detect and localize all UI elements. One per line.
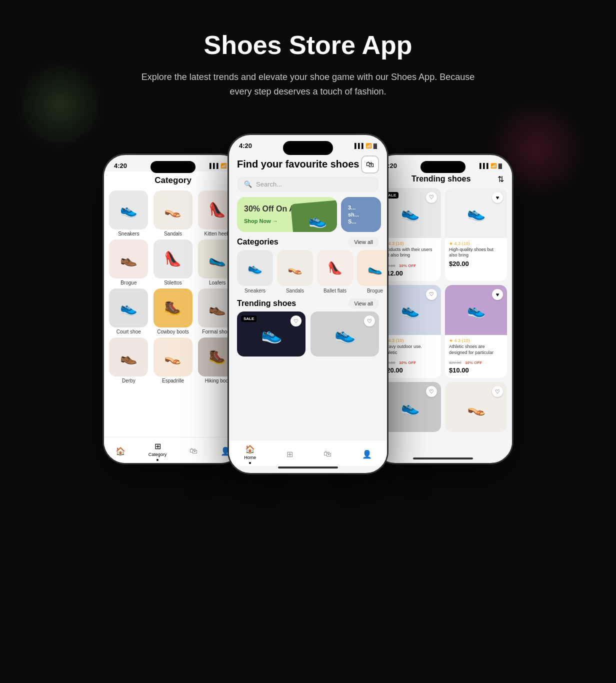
home-indicator-center: [278, 466, 338, 468]
status-icons-center: ▐▐▐ 📶 ▓: [352, 143, 377, 148]
product-emoji: 👟: [467, 301, 486, 318]
heart-button[interactable]: ♡: [364, 316, 375, 326]
category-image: 👡: [154, 338, 192, 376]
trending-view-all[interactable]: View all: [348, 298, 379, 308]
product-card[interactable]: ♡ 👡: [445, 382, 507, 432]
center-bottom-nav[interactable]: 🏠 Home ⊞ 🛍 👤: [229, 440, 387, 466]
product-pricing: $20.00 10% OFF $20.00: [383, 357, 437, 374]
sale-badge: SALE: [241, 316, 256, 322]
nav-label: Category: [148, 452, 167, 454]
product-card[interactable]: ♡ 👟: [379, 382, 441, 432]
heart-button[interactable]: ♡: [492, 386, 503, 397]
product-card[interactable]: ♥ 👟 ★ 4.3 (10) Athletic shoes are design…: [445, 285, 507, 378]
status-time-center: 4:20: [239, 142, 252, 150]
product-description: Athletic shoes are designed for particul…: [449, 344, 503, 356]
discount-badge: 10% OFF: [465, 360, 482, 365]
dynamic-island-center: [283, 141, 333, 155]
home-indicator-right: [413, 458, 473, 460]
category-chip-image: 👡: [277, 250, 313, 286]
heart-button[interactable]: ♡: [426, 289, 437, 300]
current-price: $10.00: [449, 366, 503, 374]
nav-item[interactable]: 🛍: [190, 446, 198, 454]
heart-button[interactable]: ♡: [290, 316, 302, 326]
category-chip-label: Ballet flats: [324, 288, 346, 294]
product-rating: ★ 4.3 (10): [383, 241, 437, 246]
promo-banner[interactable]: 30% Off On All shoes Shop Now → 👟: [237, 197, 337, 232]
category-item[interactable]: 👞 Brogue: [108, 240, 150, 286]
nav-item[interactable]: 🏠 Home: [244, 444, 256, 464]
category-chip-image: 👠: [317, 250, 353, 286]
category-item[interactable]: 👞 Derby: [108, 338, 150, 384]
search-bar[interactable]: 🔍 Search...: [237, 176, 379, 192]
original-price: $20.00: [449, 360, 461, 365]
wifi-icon-r: 📶: [490, 163, 496, 168]
category-item[interactable]: 👟 Court shoe: [108, 288, 150, 334]
nav-item[interactable]: ⊞: [286, 450, 293, 459]
home-screen: Find your favourite shoes 🛍 🔍 Search... …: [229, 152, 387, 464]
discount-badge: 10% OFF: [399, 360, 416, 365]
product-image: ♥ 👟: [445, 285, 507, 335]
product-pricing: $20.00 10% OFF $12.00: [383, 260, 437, 277]
nav-item[interactable]: ⊞ Category: [148, 442, 167, 454]
nav-icon: 🏠: [116, 446, 126, 454]
heart-button[interactable]: ♥: [492, 289, 503, 300]
right-phone: 4:20 ▐▐▐ 📶 ▓ ‹ Trending shoes ⇅ SALE ♡ 👟: [373, 154, 513, 464]
heart-button[interactable]: ♡: [426, 386, 437, 397]
category-label: Loafers: [209, 280, 226, 286]
wifi-icon: 📶: [220, 163, 226, 168]
category-grid: 👟 Sneakers 👡 Sandals 👠 Kitten heels 👞 Br…: [104, 190, 242, 384]
category-item[interactable]: 🥾 Cowboy boots: [152, 288, 194, 334]
category-label: Brogue: [120, 280, 136, 286]
category-chip[interactable]: 🥿 Brogue: [357, 250, 387, 294]
heart-button[interactable]: ♥: [492, 192, 503, 203]
cart-icon-btn[interactable]: 🛍: [361, 156, 379, 174]
category-item[interactable]: 👡 Espadrille: [152, 338, 194, 384]
category-chip[interactable]: 👟 Sneakers: [237, 250, 273, 294]
categories-title: Categories: [237, 238, 278, 246]
product-card[interactable]: ♡ 👟 ★ 4.3 (10) Heavy outdoor use. athlet…: [379, 285, 441, 378]
category-image: 👞: [109, 338, 148, 376]
trending-screen: ‹ Trending shoes ⇅ SALE ♡ 👟 ★ 4.3 (10) P…: [374, 172, 512, 454]
nav-item[interactable]: 👤: [362, 450, 372, 459]
category-chip[interactable]: 👡 Sandals: [277, 250, 313, 294]
product-image: SALE ♡ 👟: [379, 188, 441, 238]
current-price: $12.00: [383, 270, 437, 277]
trending-card[interactable]: SALE ♡ 👟: [237, 312, 306, 356]
category-label: Sandals: [164, 231, 182, 236]
secondary-banner: 3...sh...S...: [341, 197, 381, 232]
categories-view-all[interactable]: View all: [348, 237, 379, 247]
search-icon: 🔍: [244, 180, 252, 188]
category-item[interactable]: 👡 Sandals: [152, 190, 194, 236]
battery-icon-r: ▓: [498, 163, 502, 168]
product-description: Heavy outdoor use. athletic: [383, 344, 437, 356]
category-label: Kitten heels: [204, 231, 230, 236]
categories-section-header: Categories View all: [229, 232, 387, 250]
secondary-banner-text: 3...sh...S...: [348, 204, 374, 226]
shoe-emoji: 👟: [334, 324, 356, 344]
heart-button[interactable]: ♡: [426, 192, 437, 203]
nav-item[interactable]: 🛍: [324, 450, 332, 458]
category-image: 👠: [154, 240, 192, 278]
category-label: Espadrille: [162, 378, 184, 384]
category-item[interactable]: 👠 Stilettos: [152, 240, 194, 286]
nav-item[interactable]: 🏠: [116, 446, 126, 454]
category-chip-label: Sandals: [286, 288, 304, 294]
nav-icon: 🛍: [190, 446, 198, 454]
category-chip-label: Brogue: [367, 288, 383, 294]
product-image: ♡ 👟: [379, 285, 441, 335]
product-card[interactable]: SALE ♡ 👟 ★ 4.3 (10) Products with their …: [379, 188, 441, 281]
product-rating: ★ 4.3 (10): [449, 338, 503, 343]
product-card[interactable]: ♥ 👟 ★ 4.3 (10) High-quality shoes but al…: [445, 188, 507, 281]
banner-shoe-image: 👟: [290, 200, 337, 232]
category-chip[interactable]: 👠 Ballet flats: [317, 250, 353, 294]
trending-title: Trending shoes: [237, 299, 296, 308]
category-item[interactable]: 👟 Sneakers: [108, 190, 150, 236]
sort-button[interactable]: ⇅: [498, 174, 504, 184]
center-phone-content: Find your favourite shoes 🛍 🔍 Search... …: [229, 152, 387, 464]
status-icons-right: ▐▐▐ 📶 ▓: [478, 163, 502, 168]
product-emoji: 👟: [401, 204, 420, 222]
left-bottom-nav[interactable]: 🏠 ⊞ Category 🛍 👤: [104, 437, 242, 454]
trending-card[interactable]: ♡ 👟: [310, 312, 379, 356]
nav-icon: ⊞: [154, 442, 161, 451]
left-phone: 4:20 ▐▐▐ 📶 ▓ Category 👟 Sneakers 👡 Sanda…: [103, 154, 243, 464]
